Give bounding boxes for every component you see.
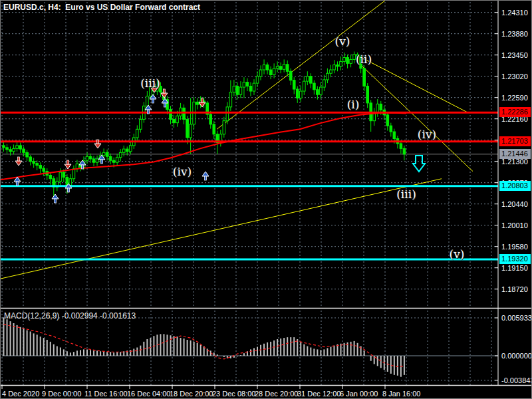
candle-body	[303, 81, 306, 91]
sell-signal-icon[interactable]	[18, 157, 20, 161]
candle-body	[336, 65, 339, 66]
candle-body	[233, 86, 235, 92]
candle-body	[400, 144, 402, 148]
trend-line[interactable]	[358, 56, 467, 112]
candle-body	[229, 92, 232, 107]
chart-canvas[interactable]	[1, 1, 532, 399]
candle-body	[126, 149, 128, 152]
buy-signal-icon[interactable]	[17, 182, 19, 186]
candle-body	[376, 104, 379, 112]
candle-body	[176, 116, 179, 122]
candle-body	[106, 152, 108, 156]
candle-body	[6, 148, 9, 150]
buy-signal-icon[interactable]	[148, 110, 150, 114]
candle-body	[269, 70, 272, 74]
candle-body	[109, 156, 112, 160]
sell-signal-icon[interactable]	[201, 98, 203, 102]
candle-body	[273, 68, 275, 75]
buy-signal-icon[interactable]	[202, 172, 209, 176]
buy-signal-icon[interactable]	[82, 165, 84, 169]
candle-body	[350, 59, 352, 63]
candle-body	[89, 156, 92, 159]
sell-signal-icon[interactable]	[97, 140, 99, 144]
trading-chart-window: EURUSD.c, H4: Euro vs US Dollar Forward …	[0, 0, 532, 399]
candle-body	[3, 146, 5, 148]
candle-body	[49, 176, 52, 179]
candle-body	[320, 87, 323, 94]
candle-body	[403, 148, 406, 154]
buy-signal-icon[interactable]	[152, 99, 154, 103]
sell-signal-icon[interactable]	[94, 144, 101, 148]
candle-body	[310, 76, 313, 83]
buy-signal-icon[interactable]	[101, 160, 103, 164]
candle-body	[183, 108, 186, 119]
candle-body	[386, 115, 389, 126]
candle-body	[366, 86, 369, 103]
candle-body	[333, 65, 336, 70]
candle-body	[353, 55, 356, 59]
candle-body	[293, 80, 295, 89]
candle-body	[289, 71, 292, 80]
buy-signal-icon[interactable]	[164, 103, 166, 107]
candle-body	[213, 124, 215, 134]
candle-body	[116, 158, 118, 162]
sell-signal-icon[interactable]	[15, 161, 22, 166]
candle-body	[243, 82, 245, 87]
candle-body	[223, 121, 225, 134]
candle-body	[323, 80, 326, 87]
candle-body	[226, 107, 229, 121]
candle-body	[249, 86, 252, 91]
candle-body	[380, 104, 382, 110]
candle-body	[102, 152, 105, 155]
candle-body	[276, 66, 279, 68]
candle-body	[236, 86, 239, 95]
candle-body	[23, 149, 25, 152]
candle-body	[286, 65, 289, 71]
candle-body	[16, 146, 19, 148]
sell-signal-icon[interactable]	[164, 89, 166, 93]
candle-body	[263, 65, 265, 70]
sell-signal-icon[interactable]	[154, 84, 156, 88]
candle-body	[246, 82, 249, 86]
candle-body	[170, 110, 172, 120]
candle-body	[136, 129, 139, 138]
candle-body	[393, 132, 396, 138]
candle-body	[29, 157, 32, 162]
candle-body	[190, 124, 192, 138]
candle-body	[330, 70, 332, 73]
candle-body	[279, 66, 282, 69]
candle-body	[173, 119, 176, 122]
sell-signal-icon[interactable]	[67, 160, 69, 164]
candle-body	[346, 57, 349, 63]
sell-signal-icon[interactable]	[161, 93, 168, 98]
candle-body	[160, 86, 162, 92]
moving-average-line	[1, 113, 406, 180]
candle-body	[86, 156, 88, 160]
candle-body	[13, 148, 15, 151]
sell-signal-icon[interactable]	[65, 164, 71, 169]
candle-body	[209, 114, 212, 124]
candle-body	[317, 90, 319, 94]
candle-body	[19, 146, 22, 149]
candle-body	[146, 96, 149, 106]
candle-body	[360, 57, 362, 68]
candle-body	[283, 65, 285, 69]
buy-signal-icon[interactable]	[205, 176, 207, 180]
candle-body	[266, 65, 269, 70]
buy-signal-icon[interactable]	[52, 194, 59, 199]
candle-body	[129, 146, 132, 152]
candle-body	[69, 179, 72, 186]
candle-body	[72, 169, 75, 179]
candle-body	[390, 126, 392, 132]
candle-body	[122, 149, 125, 152]
buy-signal-icon[interactable]	[55, 199, 57, 203]
down-arrow-object[interactable]	[413, 156, 425, 172]
candle-body	[140, 119, 142, 129]
candle-body	[327, 73, 329, 80]
candle-body	[43, 168, 45, 171]
buy-signal-icon[interactable]	[68, 188, 70, 192]
candle-body	[9, 150, 12, 152]
candle-body	[96, 159, 98, 162]
candle-body	[186, 119, 189, 138]
candle-body	[112, 160, 115, 162]
